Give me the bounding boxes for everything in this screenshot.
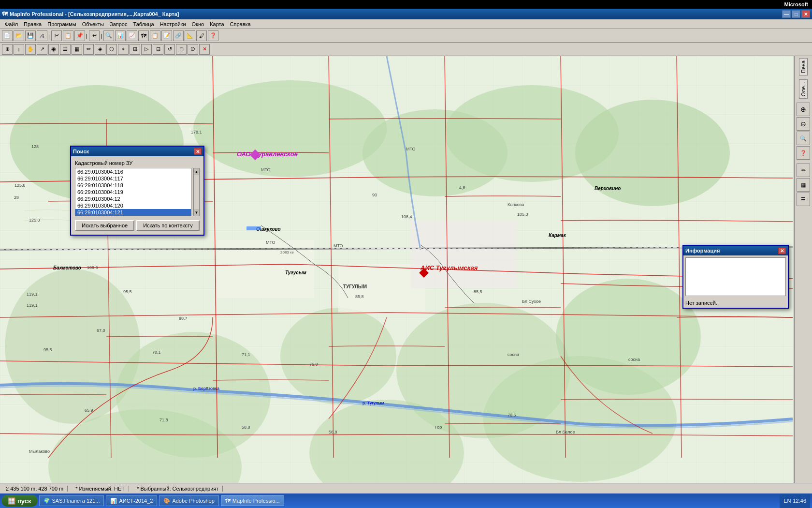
- search-item-6[interactable]: 66:29:0103004:121: [75, 209, 191, 216]
- search-list[interactable]: 66:29:0103004:116 66:29:0103004:117 66:2…: [75, 168, 191, 216]
- search-dialog-title-text: Поиск: [73, 149, 89, 154]
- btn-open[interactable]: 📂: [14, 30, 24, 41]
- search-selected-button[interactable]: Искать выбранное: [75, 220, 134, 231]
- svg-point-11: [556, 279, 701, 395]
- svg-point-12: [483, 356, 677, 482]
- taskbar-label-sas: SAS.Планета 121...: [52, 498, 100, 504]
- menu-query[interactable]: Запрос: [107, 20, 130, 28]
- btn-paste[interactable]: 📌: [74, 30, 85, 41]
- btn-map6[interactable]: ☰: [60, 44, 71, 55]
- btn-map11[interactable]: ⌖: [118, 44, 129, 55]
- menu-map[interactable]: Карта: [207, 20, 227, 28]
- menu-edit[interactable]: Правка: [21, 20, 44, 28]
- btn-tool1[interactable]: 🔍: [103, 30, 114, 41]
- btn-map12[interactable]: ⊞: [130, 44, 140, 55]
- taskbar-item-photoshop[interactable]: 🎨 Adobe Photoshop: [159, 495, 218, 506]
- btn-map5[interactable]: ◉: [48, 44, 59, 55]
- content-area: 128 69 178,1 МТО МТО 90 108,4 4,8 Колхов…: [0, 56, 812, 483]
- btn-tool10[interactable]: ❓: [208, 30, 218, 41]
- btn-save[interactable]: 💾: [25, 30, 36, 41]
- menu-programs[interactable]: Программы: [44, 20, 79, 28]
- title-bar: 🗺 MapInfo Professional - [Сельхозпредпри…: [0, 9, 812, 19]
- minimize-button[interactable]: —: [782, 10, 791, 18]
- search-item-5[interactable]: 66:29:0103004:120: [75, 202, 191, 209]
- svg-point-9: [280, 308, 396, 404]
- btn-map3[interactable]: ✋: [25, 44, 36, 55]
- menu-window[interactable]: Окно: [189, 20, 207, 28]
- menu-settings[interactable]: Настройки: [157, 20, 189, 28]
- btn-delete[interactable]: ✕: [199, 44, 210, 55]
- btn-tool2[interactable]: 📊: [115, 30, 126, 41]
- label-tugulym: Тугусым: [285, 270, 306, 275]
- search-item-7[interactable]: 66:29:0103004:13: [75, 216, 191, 216]
- status-selected: * Выбранный: Сельхозпредприят: [133, 486, 223, 492]
- svg-text:70,5: 70,5: [508, 413, 516, 418]
- btn-map2[interactable]: ↕: [14, 44, 24, 55]
- btn-undo[interactable]: ↩: [89, 30, 100, 41]
- info-dialog-close-button[interactable]: ✕: [778, 247, 786, 254]
- btn-map14[interactable]: ⊟: [153, 44, 163, 55]
- btn-tool8[interactable]: 📐: [185, 30, 195, 41]
- menu-file[interactable]: Файл: [2, 20, 21, 28]
- menu-help[interactable]: Справка: [227, 20, 254, 28]
- taskbar-item-aist[interactable]: 📊 АИСТ-2014_2: [106, 495, 157, 506]
- panel-ole[interactable]: Оле...: [799, 79, 808, 99]
- btn-map1[interactable]: ⊕: [2, 44, 13, 55]
- search-context-button[interactable]: Искать по контексту: [136, 220, 200, 231]
- list-scroll-down[interactable]: ▼: [194, 209, 199, 216]
- search-dialog-close-button[interactable]: ✕: [194, 148, 202, 155]
- rp-btn1[interactable]: ⊕: [797, 103, 810, 116]
- svg-rect-17: [411, 221, 517, 288]
- btn-map15[interactable]: ↺: [164, 44, 175, 55]
- btn-cut[interactable]: ✂: [51, 30, 62, 41]
- btn-tool5[interactable]: 📋: [150, 30, 160, 41]
- close-button[interactable]: ✕: [801, 10, 810, 18]
- ms-logo: Microsoft: [784, 1, 809, 7]
- rp-btn6[interactable]: ▦: [797, 178, 810, 192]
- svg-text:178,1: 178,1: [191, 130, 202, 134]
- svg-text:108,4: 108,4: [401, 214, 412, 219]
- taskbar-icon-photoshop: 🎨: [163, 498, 170, 504]
- rp-btn7[interactable]: ☰: [797, 193, 810, 206]
- main-container: Microsoft 🗺 MapInfo Professional - [Сель…: [0, 0, 812, 508]
- rp-btn4[interactable]: ❓: [797, 146, 810, 160]
- rp-btn3[interactable]: 🔍: [797, 132, 810, 145]
- menu-objects[interactable]: Объекты: [79, 20, 107, 28]
- taskbar-item-mapinfo[interactable]: 🗺 MapInfo Professio...: [221, 495, 284, 506]
- btn-map17[interactable]: ∅: [188, 44, 198, 55]
- btn-map9[interactable]: ◈: [95, 44, 105, 55]
- search-item-2[interactable]: 66:29:0103004:118: [75, 182, 191, 189]
- btn-new[interactable]: 📄: [2, 30, 13, 41]
- btn-tool4[interactable]: 🗺: [138, 30, 149, 41]
- btn-tool9[interactable]: 🖊: [196, 30, 207, 41]
- rp-btn5[interactable]: ✏: [797, 164, 810, 177]
- search-item-1[interactable]: 66:29:0103004:117: [75, 175, 191, 182]
- btn-map13[interactable]: ▷: [141, 44, 152, 55]
- search-item-0[interactable]: 66:29:0103004:116: [75, 168, 191, 175]
- info-dialog-titlebar: Информация ✕: [683, 246, 788, 255]
- list-scroll-up[interactable]: ▲: [194, 168, 199, 175]
- btn-tool7[interactable]: 🔗: [173, 30, 184, 41]
- btn-map10[interactable]: ⬡: [106, 44, 117, 55]
- menu-table[interactable]: Таблица: [130, 20, 157, 28]
- start-button[interactable]: 🪟 пуск: [2, 495, 37, 507]
- svg-text:109,6: 109,6: [87, 265, 98, 270]
- btn-map4[interactable]: ↗: [37, 44, 47, 55]
- svg-text:58,8: 58,8: [242, 425, 250, 430]
- btn-copy[interactable]: 📋: [63, 30, 73, 41]
- taskbar-icon-aist: 📊: [110, 498, 117, 504]
- maximize-button[interactable]: □: [792, 10, 800, 18]
- search-item-3[interactable]: 66:29:0103004:119: [75, 189, 191, 195]
- rp-btn2[interactable]: ⊖: [797, 117, 810, 131]
- svg-point-8: [116, 332, 271, 458]
- btn-tool6[interactable]: 📝: [161, 30, 172, 41]
- btn-map16[interactable]: ◻: [176, 44, 187, 55]
- btn-print[interactable]: 🖨: [37, 30, 47, 41]
- taskbar-item-sas[interactable]: 🌍 SAS.Планета 121...: [39, 495, 104, 506]
- panel-pena[interactable]: Пена: [799, 58, 808, 75]
- btn-tool3[interactable]: 📈: [127, 30, 137, 41]
- btn-map8[interactable]: ✏: [83, 44, 94, 55]
- app-title: MapInfo Professional - [Сельхозпредприят…: [10, 11, 179, 17]
- btn-map7[interactable]: ▦: [72, 44, 82, 55]
- search-item-4[interactable]: 66:29:0103004:12: [75, 195, 191, 202]
